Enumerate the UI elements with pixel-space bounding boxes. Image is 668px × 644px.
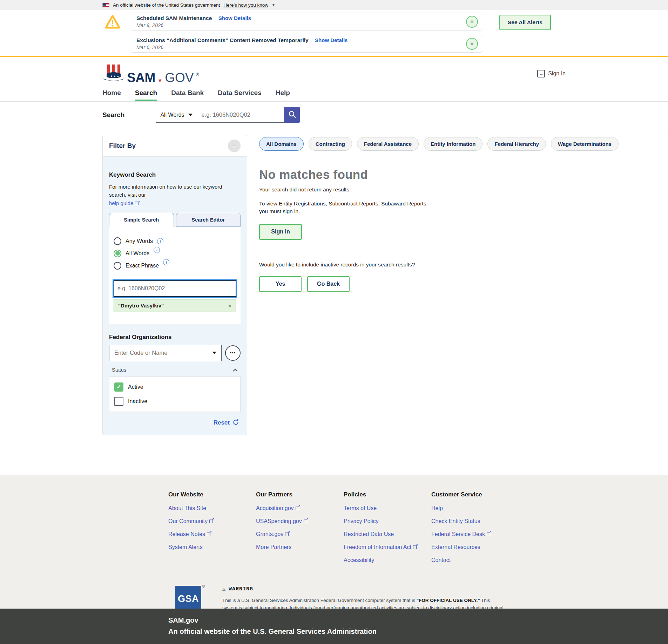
info-icon[interactable]: i [154, 247, 160, 253]
domain-pill-contracting[interactable]: Contracting [309, 137, 352, 151]
site-footer: Our Website About This Site Our Communit… [0, 475, 668, 609]
org-browse-button[interactable]: ••• [225, 345, 241, 361]
exact-phrase-radio[interactable] [114, 262, 121, 270]
footer-link-external-resources[interactable]: External Resources [431, 544, 519, 550]
search-submit-button[interactable] [284, 107, 300, 123]
domain-pill-federal-assistance[interactable]: Federal Assistance [357, 137, 419, 151]
reset-filters-link[interactable]: Reset [214, 419, 230, 426]
footer-link-help[interactable]: Help [431, 505, 519, 511]
keyword-search-input[interactable] [114, 280, 236, 297]
footer-link-terms-of-use[interactable]: Terms of Use [344, 505, 431, 511]
alert-title: Exclusions “Additional Comments” Content… [136, 37, 309, 43]
alert-close-button[interactable]: × [466, 16, 478, 28]
any-words-radio[interactable] [114, 237, 121, 245]
active-checkbox[interactable]: ✓ [114, 382, 123, 392]
reset-icon[interactable] [232, 419, 239, 427]
footer-col-customer-service: Customer Service Help Check Entity Statu… [431, 491, 519, 570]
top-search-input[interactable] [197, 107, 284, 123]
alert-date: Mar 6, 2026 [136, 45, 348, 50]
see-all-alerts-button[interactable]: See All Alerts [499, 15, 551, 30]
federal-org-combobox[interactable] [109, 345, 222, 361]
footer-link-accessibility[interactable]: Accessibility [344, 557, 431, 563]
domain-pill-all-domains[interactable]: All Domains [259, 137, 304, 151]
all-words-radio[interactable] [114, 250, 121, 257]
tab-search-editor[interactable]: Search Editor [176, 213, 241, 227]
header-sign-in-link[interactable]: ← Sign In [537, 70, 566, 77]
caret-down-icon [188, 114, 193, 116]
chip-close-icon[interactable]: × [228, 303, 231, 309]
footer-link-check-entity-status[interactable]: Check Entity Status [431, 518, 519, 524]
uncle-sam-hat-icon: ★ ★ ★ [102, 64, 125, 83]
footer-link-privacy-policy[interactable]: Privacy Policy [344, 518, 431, 524]
footer-link-restricted-data-use[interactable]: Restricted Data Use [344, 531, 431, 537]
yes-button[interactable]: Yes [259, 276, 302, 292]
keyword-search-tabs: Simple Search Search Editor [109, 213, 241, 227]
footer-link-federal-service-desk[interactable]: Federal Service Desk [431, 531, 519, 537]
domain-pill-wage-determinations[interactable]: Wage Determinations [551, 137, 619, 151]
nav-item-data-services[interactable]: Data Services [218, 89, 262, 97]
nav-item-home[interactable]: Home [102, 89, 121, 97]
footer-link-foia[interactable]: Freedom of Information Act [344, 544, 431, 550]
domain-tabs: All Domains Contracting Federal Assistan… [259, 137, 619, 151]
tab-simple-search[interactable]: Simple Search [109, 213, 174, 227]
inactive-checkbox[interactable] [114, 397, 123, 406]
footer-link-our-community[interactable]: Our Community [168, 518, 256, 524]
footer-link-usaspending-gov[interactable]: USASpending.gov [256, 518, 344, 524]
caret-down-icon[interactable] [212, 352, 216, 354]
search-icon [288, 110, 296, 119]
status-active-row[interactable]: ✓ Active [114, 382, 235, 392]
go-back-button[interactable]: Go Back [307, 276, 350, 292]
footer-link-grants-gov[interactable]: Grants.gov [256, 531, 344, 537]
sign-in-arrow-icon: ← [537, 70, 545, 77]
external-link-icon [135, 202, 139, 205]
info-icon[interactable]: i [157, 238, 163, 244]
footer-heading: Our Partners [256, 491, 344, 498]
sign-in-button[interactable]: Sign In [259, 224, 302, 240]
footer-col-our-website: Our Website About This Site Our Communit… [168, 491, 256, 570]
footer-link-more-partners[interactable]: More Partners [256, 544, 344, 550]
simple-search-panel: Any Words i All Words i Exact Phrase i [109, 227, 241, 324]
chevron-down-icon: ▼ [272, 3, 275, 7]
footer-link-acquisition-gov[interactable]: Acquisition.gov [256, 505, 344, 511]
info-icon[interactable]: i [163, 259, 169, 265]
gov-banner: An official website of the United States… [0, 0, 668, 10]
footer-link-release-notes[interactable]: Release Notes [168, 531, 256, 537]
external-link-icon [304, 520, 307, 523]
domain-pill-entity-information[interactable]: Entity Information [424, 137, 483, 151]
collapse-filters-button[interactable]: − [228, 140, 241, 152]
status-section-header[interactable]: Status [112, 367, 238, 373]
external-link-icon [209, 520, 213, 523]
footer-link-about-this-site[interactable]: About This Site [168, 505, 256, 511]
alerts-section: Scheduled SAM Maintenance Show Details M… [0, 10, 668, 57]
identity-footer: SAM.gov An official website of the U.S. … [0, 609, 668, 644]
check-icon: ✓ [116, 384, 121, 390]
nav-item-help[interactable]: Help [276, 89, 290, 97]
minus-icon: − [232, 142, 236, 150]
no-matches-heading: No matches found [259, 168, 619, 182]
external-link-icon [207, 533, 210, 536]
alert-close-button[interactable]: × [466, 38, 478, 50]
footer-link-system-alerts[interactable]: System Alerts [168, 544, 256, 550]
how-you-know-link[interactable]: Here's how you know [223, 2, 268, 8]
keyword-chip-label: "Dmytro Vasylkiv" [118, 303, 164, 309]
search-mode-select[interactable]: All Words [156, 107, 197, 123]
inactive-label: Inactive [128, 398, 147, 405]
exact-phrase-label: Exact Phrase [126, 263, 159, 269]
footer-link-contact[interactable]: Contact [431, 557, 519, 563]
reset-row: Reset [109, 419, 241, 427]
external-link-icon [413, 545, 417, 549]
federal-org-input[interactable] [114, 350, 212, 356]
sam-gov-logo[interactable]: ★ ★ ★ SAM ★ GOV ® [102, 64, 199, 83]
logo-gov-text: GOV [165, 72, 194, 83]
sign-in-required-text: To view Entity Registrations, Subcontrac… [259, 200, 434, 216]
site-header: ★ ★ ★ SAM ★ GOV ® ← Sign In [0, 57, 668, 87]
show-details-link[interactable]: Show Details [315, 37, 348, 43]
nav-item-data-bank[interactable]: Data Bank [171, 89, 204, 97]
nav-item-search[interactable]: Search [135, 89, 157, 97]
radio-row-all-words: All Words i [114, 250, 236, 257]
all-words-label: All Words [126, 250, 149, 257]
help-guide-link[interactable]: help guide [109, 200, 139, 206]
status-inactive-row[interactable]: Inactive [114, 397, 235, 406]
show-details-link[interactable]: Show Details [218, 15, 251, 21]
domain-pill-federal-hierarchy[interactable]: Federal Hierarchy [487, 137, 546, 151]
